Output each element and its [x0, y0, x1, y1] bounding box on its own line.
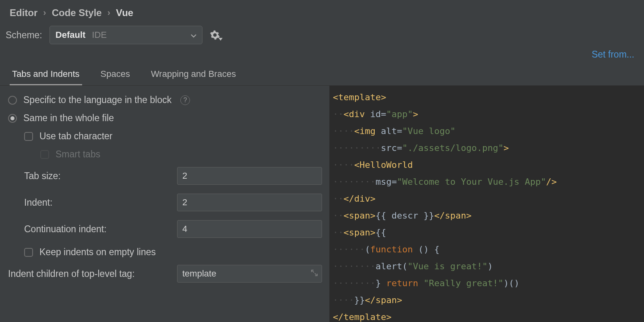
tab-wrapping-and-braces[interactable]: Wrapping and Braces	[149, 66, 238, 85]
tab-size-input[interactable]	[177, 167, 322, 185]
indent-children-input[interactable]	[177, 265, 322, 283]
scheme-row: Scheme: Default IDE	[0, 23, 644, 48]
scheme-select[interactable]: Default IDE	[50, 26, 202, 44]
chevron-right-icon: ›	[43, 8, 46, 18]
set-from-link[interactable]: Set from...	[592, 49, 634, 60]
tabs: Tabs and Indents Spaces Wrapping and Bra…	[0, 62, 644, 86]
continuation-indent-label: Continuation indent:	[24, 224, 177, 235]
indent-input[interactable]	[177, 194, 322, 211]
breadcrumb-code-style[interactable]: Code Style	[52, 7, 102, 19]
chevron-down-icon	[191, 30, 196, 40]
indent-children-label: Indent children of top-level tag:	[8, 268, 177, 279]
scheme-scope: IDE	[92, 30, 107, 40]
breadcrumb-editor[interactable]: Editor	[10, 7, 37, 19]
checkbox-keep-indents-empty-lines[interactable]	[24, 248, 33, 257]
gear-icon[interactable]	[210, 30, 220, 40]
continuation-indent-input[interactable]	[177, 220, 322, 238]
radio-specific-to-language[interactable]	[8, 96, 17, 105]
radio-same-label: Same in the whole file	[23, 113, 114, 124]
settings-panel: Specific to the language in the block ? …	[0, 86, 330, 322]
help-icon[interactable]: ?	[180, 95, 190, 105]
scheme-label: Scheme:	[6, 30, 42, 41]
breadcrumb-vue[interactable]: Vue	[116, 7, 133, 19]
code-preview: <template> ··<div id="app"> ····<img alt…	[330, 86, 644, 322]
indent-label: Indent:	[24, 197, 177, 208]
checkbox-use-tab-char[interactable]	[24, 132, 33, 141]
tab-spaces[interactable]: Spaces	[98, 66, 132, 85]
tab-size-label: Tab size:	[24, 171, 177, 182]
radio-specific-label: Specific to the language in the block	[23, 95, 171, 105]
use-tab-char-label: Use tab character	[39, 131, 113, 142]
radio-same-in-file[interactable]	[8, 114, 17, 123]
smart-tabs-label: Smart tabs	[56, 149, 100, 160]
tab-tabs-and-indents[interactable]: Tabs and Indents	[10, 66, 82, 85]
keep-indents-label: Keep indents on empty lines	[39, 247, 156, 258]
breadcrumb: Editor › Code Style › Vue	[0, 0, 644, 23]
checkbox-smart-tabs	[40, 150, 49, 159]
main-split: Specific to the language in the block ? …	[0, 86, 644, 322]
set-from-row: Set from...	[0, 48, 644, 60]
scheme-name: Default	[56, 30, 86, 40]
chevron-right-icon: ›	[107, 8, 110, 18]
